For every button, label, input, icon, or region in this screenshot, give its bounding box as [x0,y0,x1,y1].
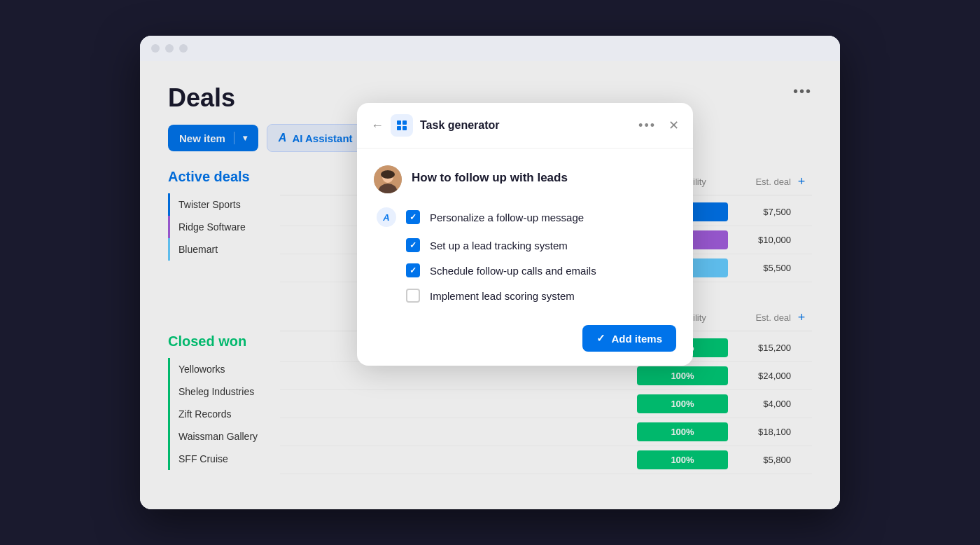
task-list: A ✓ Personalize a follow-up message ✓ [374,207,676,303]
add-items-button[interactable]: ✓ Add items [582,325,676,352]
browser-dot-3 [179,44,188,53]
modal-body: How to follow up with leads A ✓ Personal… [357,149,693,317]
user-avatar [374,165,402,193]
task-row-3: ✓ Schedule follow-up calls and emails [377,263,676,277]
avatar-image [374,165,402,193]
task-row-4: Implement lead scoring system [377,289,676,303]
task-label-4: Implement lead scoring system [430,290,575,302]
checkbox-task2[interactable]: ✓ [406,238,420,252]
svg-rect-2 [397,126,401,130]
modal-question-row: How to follow up with leads [374,165,676,193]
modal-back-button[interactable]: ← [371,118,384,133]
task-modal: ← Task generator ••• ✕ [357,103,693,366]
task-row-1: A ✓ Personalize a follow-up message [377,207,676,227]
modal-question-text: How to follow up with leads [412,165,568,185]
checkmark-task2: ✓ [410,240,416,250]
checkbox-task4[interactable] [406,289,420,303]
modal-close-button[interactable]: ✕ [668,118,679,133]
checkbox-task3[interactable]: ✓ [406,263,420,277]
checkbox-task1[interactable]: ✓ [406,210,420,224]
checkmark-task1: ✓ [410,212,416,222]
task-label-2: Set up a lead tracking system [430,240,568,251]
browser-window: Deals New item ▾ A AI Assistant ••• [140,36,840,509]
task-label-1: Personalize a follow-up message [430,212,584,223]
svg-rect-1 [402,120,407,125]
svg-rect-0 [397,120,401,125]
svg-rect-3 [402,126,407,130]
ai-icon-task1: A [377,207,396,227]
check-icon: ✓ [596,332,606,345]
ai-logo-small: A [383,212,389,223]
modal-header: ← Task generator ••• ✕ [357,103,693,149]
svg-point-7 [381,170,395,179]
modal-more-icon[interactable]: ••• [638,118,656,133]
add-items-label: Add items [611,333,662,345]
modal-icon [391,114,413,137]
browser-dot-2 [165,44,174,53]
checkmark-task3: ✓ [410,265,416,275]
app-content: Deals New item ▾ A AI Assistant ••• [140,61,840,509]
task-label-3: Schedule follow-up calls and emails [430,265,596,277]
task-row-2: ✓ Set up a lead tracking system [377,238,676,252]
browser-dot-1 [151,44,160,53]
modal-overlay: ← Task generator ••• ✕ [140,61,840,509]
browser-titlebar [140,36,840,61]
modal-title: Task generator [420,119,631,132]
modal-footer: ✓ Add items [357,317,693,366]
grid-icon [396,119,408,132]
